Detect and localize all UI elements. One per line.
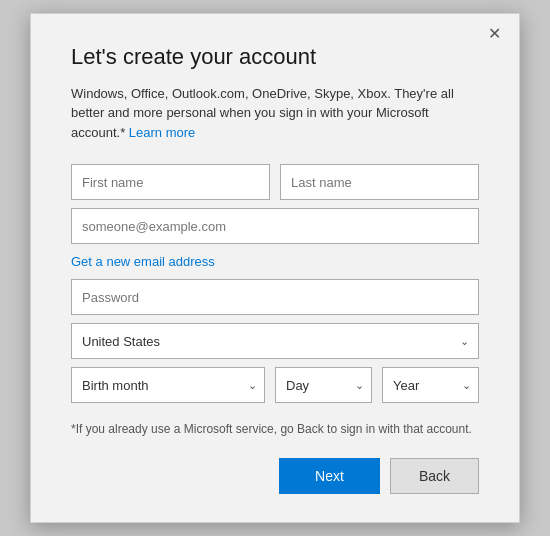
description-text: Windows, Office, Outlook.com, OneDrive, … bbox=[71, 84, 479, 143]
birth-day-select[interactable]: Day bbox=[275, 367, 372, 403]
email-input[interactable] bbox=[71, 208, 479, 244]
country-select-wrapper: United States ⌄ bbox=[71, 323, 479, 359]
birth-day-wrapper: Day ⌄ bbox=[275, 367, 372, 403]
last-name-input[interactable] bbox=[280, 164, 479, 200]
first-name-input[interactable] bbox=[71, 164, 270, 200]
country-select[interactable]: United States bbox=[71, 323, 479, 359]
footnote-text: *If you already use a Microsoft service,… bbox=[71, 421, 479, 438]
button-row: Next Back bbox=[71, 458, 479, 494]
name-row bbox=[71, 164, 479, 200]
email-row bbox=[71, 208, 479, 244]
create-account-dialog: ✕ Let's create your account Windows, Off… bbox=[30, 13, 520, 523]
next-button[interactable]: Next bbox=[279, 458, 380, 494]
password-input[interactable] bbox=[71, 279, 479, 315]
learn-more-link[interactable]: Learn more bbox=[129, 125, 195, 140]
get-email-link[interactable]: Get a new email address bbox=[71, 254, 215, 269]
birth-month-wrapper: Birth month January February March April… bbox=[71, 367, 265, 403]
birth-month-select[interactable]: Birth month January February March April… bbox=[71, 367, 265, 403]
back-button[interactable]: Back bbox=[390, 458, 479, 494]
birth-row: Birth month January February March April… bbox=[71, 367, 479, 403]
birth-year-select[interactable]: Year bbox=[382, 367, 479, 403]
dialog-title: Let's create your account bbox=[71, 44, 479, 70]
password-row bbox=[71, 279, 479, 315]
birth-year-wrapper: Year ⌄ bbox=[382, 367, 479, 403]
close-button[interactable]: ✕ bbox=[484, 24, 505, 44]
